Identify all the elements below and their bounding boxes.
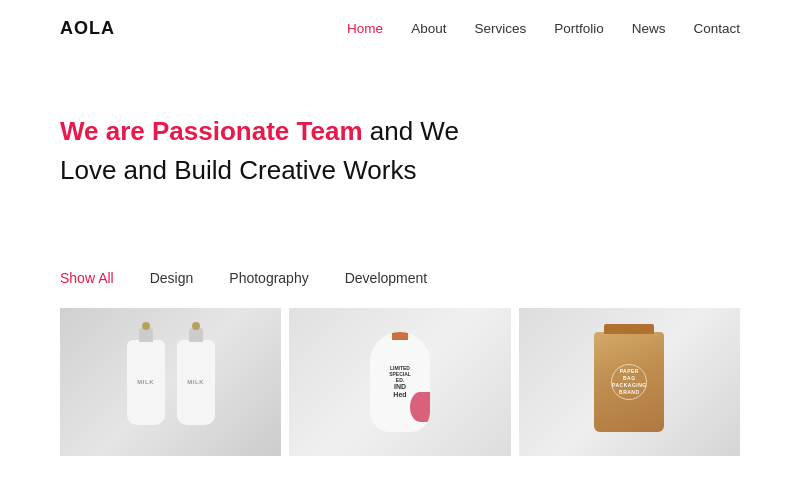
main-nav: Home About Services Portfolio News Conta… (347, 21, 740, 36)
hero-heading: We are Passionate Team and We Love and B… (60, 112, 480, 190)
hero-section: We are Passionate Team and We Love and B… (0, 57, 800, 230)
bottle-label-2: MILK (187, 379, 204, 385)
nav-contact[interactable]: Contact (693, 21, 740, 36)
site-header: AOLA Home About Services Portfolio News … (0, 0, 800, 57)
special-bottle: LIMITEDSPECIALED.INDHed (370, 332, 430, 432)
milk-bottle-1: MILK (127, 340, 165, 425)
portfolio-item-paper-bag[interactable]: PAPERBAGPACKAGINGBRAND (519, 308, 740, 456)
nav-about[interactable]: About (411, 21, 446, 36)
portfolio-item-milk[interactable]: MILK MILK (60, 308, 281, 456)
nav-home[interactable]: Home (347, 21, 383, 36)
nav-portfolio[interactable]: Portfolio (554, 21, 604, 36)
filter-tabs: Show All Design Photography Development (0, 270, 800, 286)
portfolio-grid: MILK MILK LIMITEDSPECIALED.INDHed PAPERB… (0, 308, 800, 456)
logo[interactable]: AOLA (60, 18, 115, 39)
portfolio-item-special-bottle[interactable]: LIMITEDSPECIALED.INDHed (289, 308, 510, 456)
bottle-accent (410, 392, 430, 422)
bottle-label-1: MILK (137, 379, 154, 385)
special-bottle-label: LIMITEDSPECIALED.INDHed (389, 365, 411, 400)
paper-bag: PAPERBAGPACKAGINGBRAND (594, 332, 664, 432)
nav-services[interactable]: Services (474, 21, 526, 36)
filter-show-all[interactable]: Show All (60, 270, 114, 286)
filter-design[interactable]: Design (150, 270, 194, 286)
milk-bottle-2: MILK (177, 340, 215, 425)
nav-news[interactable]: News (632, 21, 666, 36)
bag-circle: PAPERBAGPACKAGINGBRAND (611, 364, 647, 400)
hero-highlight: We are Passionate Team (60, 116, 363, 146)
bag-label: PAPERBAGPACKAGINGBRAND (612, 368, 647, 396)
filter-development[interactable]: Development (345, 270, 428, 286)
filter-photography[interactable]: Photography (229, 270, 308, 286)
